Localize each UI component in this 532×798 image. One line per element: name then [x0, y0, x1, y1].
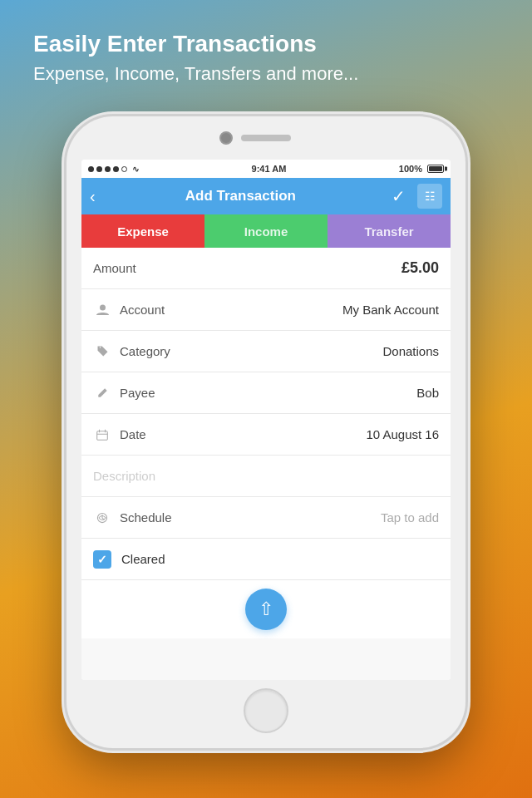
status-bar: ∿ 9:41 AM 100%	[81, 160, 451, 178]
amount-row[interactable]: Amount £5.00	[81, 248, 451, 289]
nav-title: Add Transaction	[96, 188, 386, 204]
category-value: Donations	[382, 344, 439, 358]
category-row[interactable]: Category Donations	[81, 331, 451, 372]
cleared-checkbox[interactable]: ✓	[93, 550, 111, 569]
calendar-icon	[93, 429, 111, 441]
wifi-icon: ∿	[132, 165, 139, 174]
payee-label: Payee	[120, 386, 416, 400]
account-value: My Bank Account	[342, 303, 439, 317]
page-header: Easily Enter Transactions Expense, Incom…	[33, 30, 499, 86]
form-content: Amount £5.00 Account My Bank Account	[81, 248, 451, 680]
pencil-icon	[93, 387, 111, 398]
account-icon	[93, 303, 111, 317]
signal-dot-1	[88, 166, 94, 172]
nav-bar: ‹ Add Transaction ✓ ☷	[81, 178, 451, 214]
date-label: Date	[120, 427, 366, 441]
date-value: 10 August 16	[366, 427, 439, 441]
description-placeholder: Description	[93, 469, 155, 483]
phone-shell: ∿ 9:41 AM 100% ‹ Add Transaction ✓ ☷	[66, 116, 466, 748]
signal-dot-4	[113, 166, 119, 172]
tab-expense[interactable]: Expense	[81, 214, 204, 248]
svg-rect-1	[97, 431, 108, 440]
calculator-icon: ☷	[425, 190, 436, 203]
phone-screen: ∿ 9:41 AM 100% ‹ Add Transaction ✓ ☷	[81, 160, 451, 680]
account-row[interactable]: Account My Bank Account	[81, 289, 451, 331]
schedule-icon	[93, 512, 111, 524]
svg-point-0	[100, 304, 106, 310]
signal-dot-3	[105, 166, 111, 172]
phone-speaker	[241, 135, 291, 141]
checkmark-icon: ✓	[392, 186, 406, 206]
header-subtitle: Expense, Income, Transfers and more...	[33, 62, 499, 87]
checkmark-icon: ✓	[97, 553, 107, 566]
battery-percent: 100%	[399, 164, 422, 174]
back-chevron-icon: ‹	[90, 187, 96, 206]
cleared-label: Cleared	[121, 552, 165, 566]
signal-dot-2	[96, 166, 102, 172]
battery-fill	[429, 166, 442, 171]
transaction-type-tabs: Expense Income Transfer	[81, 214, 451, 248]
back-button[interactable]: ‹	[90, 187, 96, 206]
signal-dot-5	[121, 166, 127, 172]
confirm-button[interactable]: ✓	[386, 184, 411, 209]
cleared-row[interactable]: ✓ Cleared	[81, 539, 451, 580]
tag-icon	[93, 345, 111, 357]
calculator-button[interactable]: ☷	[417, 184, 442, 209]
schedule-value: Tap to add	[381, 510, 439, 525]
save-icon: ⇧	[259, 598, 273, 620]
phone-camera	[219, 131, 233, 145]
amount-label: Amount	[93, 261, 401, 275]
header-title: Easily Enter Transactions	[33, 30, 499, 58]
payee-value: Bob	[416, 386, 439, 400]
tab-income[interactable]: Income	[204, 214, 328, 248]
tab-transfer[interactable]: Transfer	[328, 214, 451, 248]
save-fab-button[interactable]: ⇧	[245, 589, 287, 630]
account-label: Account	[120, 303, 342, 317]
description-row[interactable]: Description	[81, 456, 451, 497]
schedule-label: Schedule	[120, 510, 381, 525]
schedule-row[interactable]: Schedule Tap to add	[81, 497, 451, 539]
battery-icon	[427, 165, 444, 173]
date-row[interactable]: Date 10 August 16	[81, 414, 451, 456]
amount-value: £5.00	[401, 259, 439, 277]
payee-row[interactable]: Payee Bob	[81, 372, 451, 414]
phone-home[interactable]	[244, 688, 288, 733]
status-time: 9:41 AM	[252, 164, 287, 174]
fab-container: ⇧	[81, 580, 451, 638]
category-label: Category	[120, 344, 382, 358]
